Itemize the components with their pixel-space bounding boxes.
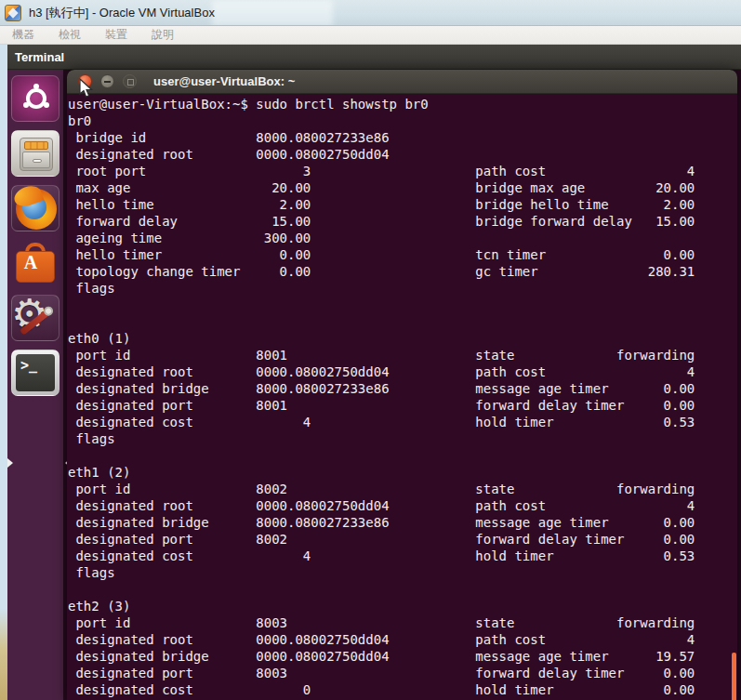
files-papers-shape [24, 141, 48, 150]
files-front-shape [22, 152, 50, 168]
minimize-button[interactable] [100, 74, 114, 88]
host-menubar: 機器檢視裝置說明 [0, 26, 741, 45]
software-center-icon[interactable]: A [11, 240, 60, 286]
files-icon[interactable] [11, 130, 60, 177]
system-settings-icon[interactable]: ⚙ [11, 295, 60, 341]
prompt-glyph: >_ [20, 357, 37, 374]
unity-top-panel: Terminal [7, 45, 741, 70]
titlebar-gloss [212, 0, 333, 26]
unity-launcher: A ⚙ >_ [7, 70, 63, 700]
terminal-title: user@user-VirtualBox: ~ [153, 74, 295, 88]
firefox-icon[interactable] [11, 185, 60, 231]
files-drawer-shape [20, 138, 53, 171]
menu-item-3[interactable]: 說明 [139, 27, 186, 43]
scrollbar-thumb[interactable] [732, 653, 736, 700]
mouse-cursor [79, 78, 94, 99]
terminal-body[interactable]: user@user-VirtualBox:~$ sudo brctl shows… [67, 94, 737, 700]
menu-item-2[interactable]: 裝置 [93, 27, 139, 43]
running-indicator-arrow [7, 458, 13, 468]
dash-home-icon[interactable] [11, 75, 60, 122]
guest-desktop: Terminal A [0, 45, 741, 700]
host-window-titlebar[interactable]: h3 [執行中] - Oracle VM VirtualBox [0, 0, 741, 26]
terminal-launcher-icon[interactable]: >_ [11, 350, 60, 396]
host-window-title: h3 [執行中] - Oracle VM VirtualBox [29, 5, 215, 21]
virtualbox-app-icon [5, 5, 21, 21]
terminal-titlebar[interactable]: user@user-VirtualBox: ~ [67, 70, 737, 94]
ubuntu-logo-icon [12, 76, 60, 123]
bag-letter: A [11, 252, 50, 273]
terminal-output: user@user-VirtualBox:~$ sudo brctl shows… [67, 94, 737, 698]
host-window-left-border [0, 45, 7, 700]
menu-item-0[interactable]: 機器 [0, 27, 46, 43]
terminal-screen-shape: >_ [16, 354, 55, 391]
panel-appmenu-label[interactable]: Terminal [15, 50, 64, 64]
menu-item-1[interactable]: 檢視 [46, 27, 93, 43]
terminal-window: user@user-VirtualBox: ~ user@user-Virtua… [67, 70, 737, 700]
maximize-button[interactable] [123, 74, 137, 88]
files-handle-shape [33, 159, 42, 163]
